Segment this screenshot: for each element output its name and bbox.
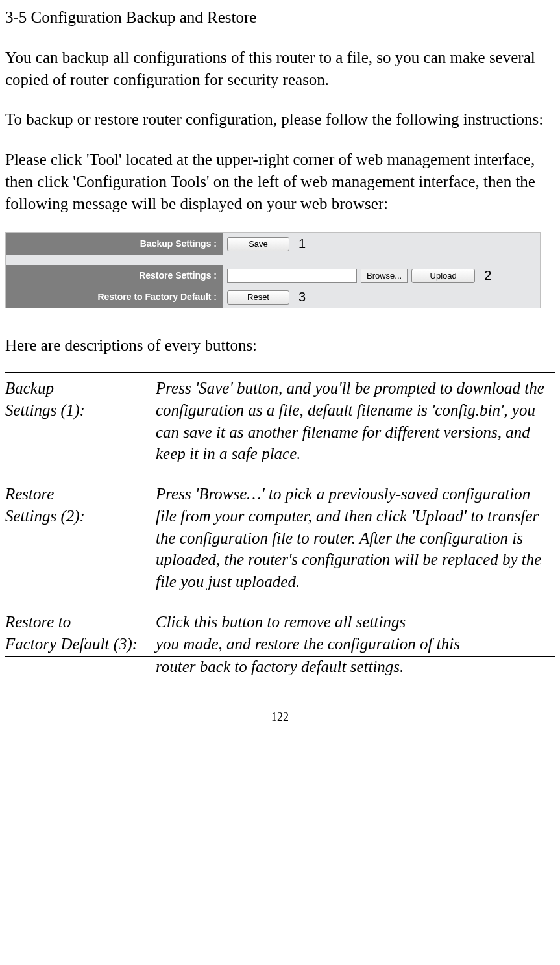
desc-text-factory-top: Click this button to remove all settings… [156,611,555,657]
paragraph-intro-1: You can backup all configurations of thi… [5,47,555,91]
paragraph-intro-3: Please click 'Tool' located at the upper… [5,149,555,214]
annotation-1: 1 [298,235,306,253]
browse-button[interactable]: Browse... [361,269,408,283]
desc-text-backup: Press 'Save' button, and you'll be promp… [156,377,555,465]
factory-default-label: Restore to Factory Default : [6,291,223,303]
descriptions-intro: Here are descriptions of every buttons: [5,334,555,357]
desc-row-backup: Backup Settings (1): Press 'Save' button… [5,377,555,465]
backup-settings-row: Backup Settings : Save 1 [6,233,540,255]
save-button[interactable]: Save [227,237,289,251]
page-number: 122 [5,709,555,725]
annotation-2: 2 [484,267,491,284]
config-tools-screenshot: Backup Settings : Save 1 Restore Setting… [5,232,541,308]
desc-text-factory-overflow: router back to factory default settings. [156,656,555,678]
desc-label-backup: Backup Settings (1): [5,377,156,465]
backup-settings-label: Backup Settings : [6,238,223,250]
desc-text-restore: Press 'Browse…' to pick a previously-sav… [156,483,555,593]
upload-button[interactable]: Upload [411,269,475,283]
section-heading: 3-5 Configuration Backup and Restore [5,6,555,29]
descriptions-table: Backup Settings (1): Press 'Save' button… [5,372,555,657]
reset-button[interactable]: Reset [227,290,289,305]
desc-label-restore: Restore Settings (2): [5,483,156,593]
restore-settings-row: Restore Settings : Browse... Upload 2 [6,265,540,286]
desc-row-restore: Restore Settings (2): Press 'Browse…' to… [5,483,555,593]
paragraph-intro-2: To backup or restore router configuratio… [5,108,555,131]
desc-label-factory: Restore to Factory Default (3): [5,611,156,657]
factory-default-row: Restore to Factory Default : Reset 3 [6,286,540,308]
desc-row-factory: Restore to Factory Default (3): Click th… [5,611,555,657]
restore-settings-label: Restore Settings : [6,269,223,282]
annotation-3: 3 [298,288,306,306]
restore-file-input[interactable] [227,269,357,283]
